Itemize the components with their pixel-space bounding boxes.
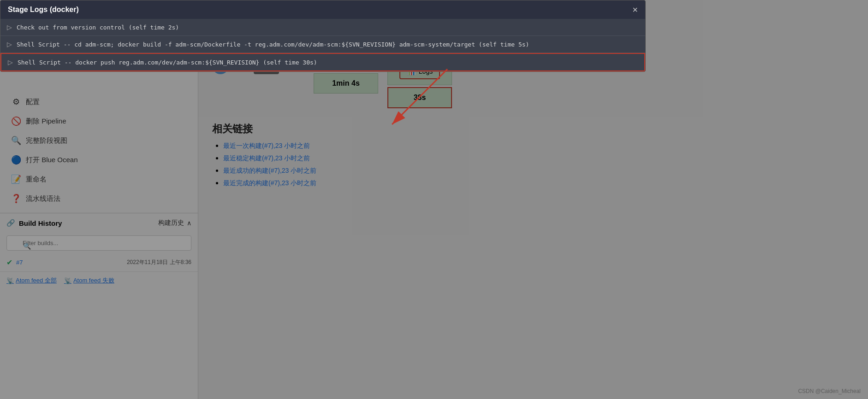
modal-close-button[interactable]: × bbox=[632, 5, 638, 14]
log-row-1[interactable]: ▷ Check out from version control (self t… bbox=[0, 19, 645, 36]
expand-icon-2: ▷ bbox=[7, 41, 12, 48]
modal-title-bar: Stage Logs (docker) × bbox=[0, 0, 645, 19]
log-text-3: Shell Script -- docker push reg.adm.com/… bbox=[18, 59, 317, 66]
log-text-2: Shell Script -- cd adm-scm; docker build… bbox=[17, 41, 529, 48]
log-text-1: Check out from version control (self tim… bbox=[17, 24, 179, 31]
stage-logs-modal: Stage Logs (docker) × ▷ Check out from v… bbox=[0, 0, 646, 72]
modal-overlay: Stage Logs (docker) × ▷ Check out from v… bbox=[0, 0, 868, 399]
log-row-2[interactable]: ▷ Shell Script -- cd adm-scm; docker bui… bbox=[0, 36, 645, 53]
expand-icon-3: ▷ bbox=[8, 59, 13, 66]
expand-icon-1: ▷ bbox=[7, 23, 12, 31]
log-row-3[interactable]: ▷ Shell Script -- docker push reg.adm.co… bbox=[0, 53, 645, 71]
modal-body: ▷ Check out from version control (self t… bbox=[0, 19, 645, 71]
modal-title: Stage Logs (docker) bbox=[8, 6, 79, 14]
